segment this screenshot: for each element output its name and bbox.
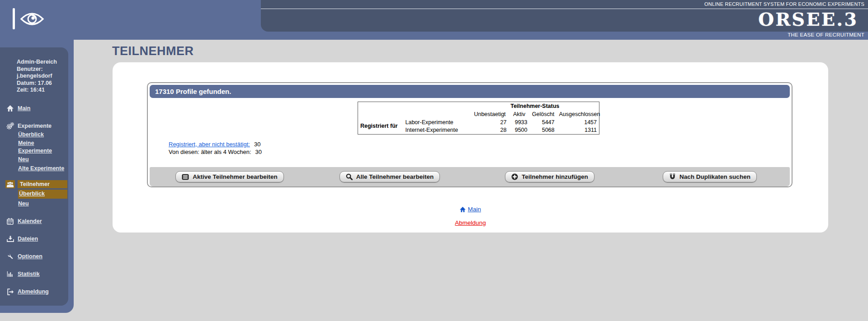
orsee-logo-text: ORSEE.3	[261, 9, 868, 30]
sidebar-item-statistik[interactable]: Statistik	[0, 270, 68, 278]
eye-icon	[20, 9, 44, 28]
user-name: j.bengelsdorf	[17, 73, 67, 80]
cell-value: 5447	[530, 118, 557, 126]
table-header-row: Unbestaetigt Aktiv Gelöscht Ausgeschloss…	[358, 110, 599, 118]
cell-value: 9500	[509, 126, 530, 135]
footer-logout-link-row: Abmeldung	[113, 219, 828, 226]
sidebar-item-main[interactable]: Main	[0, 105, 68, 112]
registered-unconfirmed-link[interactable]: Registriert, aber nicht bestätigt:	[169, 141, 250, 148]
older-than-4-weeks-value: 30	[255, 149, 262, 155]
sidebar-link-abmeldung[interactable]: Abmeldung	[18, 288, 49, 295]
registered-unconfirmed-value: 30	[254, 141, 260, 148]
download-icon	[5, 235, 15, 242]
row-label-internet: Internet-Experimente	[403, 126, 471, 135]
sidebar-link-main[interactable]: Main	[18, 105, 30, 112]
users-icon	[5, 180, 15, 188]
sidebar-link-optionen[interactable]: Optionen	[18, 253, 42, 260]
wrench-icon	[5, 253, 15, 260]
header-brand-panel: ONLINE RECRUITMENT SYSTEM FOR ECONOMIC E…	[261, 0, 868, 32]
sidebar-item-teilnehmer-ueberblick[interactable]: Überblick	[18, 190, 67, 199]
sidebar-item-kalender[interactable]: Kalender	[0, 218, 68, 225]
sidebar-link-statistik[interactable]: Statistik	[18, 271, 40, 277]
participant-status-table: Teilnehmer-Status Unbestaetigt Aktiv Gel…	[358, 102, 599, 135]
cell-value: 28	[471, 126, 509, 135]
results-header-bar: 17310 Profile gefunden.	[150, 85, 790, 98]
registration-summary: Registriert, aber nicht bestätigt:30 Von…	[169, 140, 262, 156]
sidebar: Admin-Bereich Benutzer: j.bengelsdorf Da…	[0, 47, 68, 306]
col-header-ausgeschlossen: Ausgeschlossen	[557, 110, 599, 118]
page-title: TEILNEHMER	[112, 44, 194, 58]
cell-value: 27	[471, 118, 509, 126]
cell-value: 1457	[557, 118, 599, 126]
logo-bar	[13, 8, 15, 29]
cell-value: 1311	[557, 126, 599, 135]
sidebar-item-dateien[interactable]: Dateien	[0, 235, 68, 242]
sidebar-item-abmeldung[interactable]: Abmeldung	[0, 288, 68, 295]
edit-active-participants-button[interactable]: Aktive Teilnehmer bearbeiten	[175, 171, 283, 182]
sidebar-item-teilnehmer: Teilnehmer	[0, 180, 68, 188]
sidebar-link-dateien[interactable]: Dateien	[18, 236, 38, 242]
sidebar-item-experimente-ueberblick[interactable]: Überblick	[18, 131, 67, 139]
content-card: 17310 Profile gefunden. Teilnehmer-Statu…	[113, 62, 828, 233]
older-than-4-weeks-line: Von diesen: älter als 4 Wochen:30	[169, 148, 262, 156]
orsee-admin-page: { "header": { "tagline_top": "ONLINE REC…	[0, 0, 868, 321]
footer-main-link-row: Main	[113, 206, 828, 214]
home-icon	[460, 207, 467, 214]
header-tagline-bottom: THE EASE OF RECRUITMENT	[788, 32, 864, 37]
sidebar-item-optionen[interactable]: Optionen	[0, 253, 68, 260]
bar-chart-icon	[5, 270, 15, 278]
cell-value: 5068	[530, 126, 557, 135]
table-row: Registriert für Labor-Experimente 27 993…	[358, 118, 599, 126]
sidebar-session-info: Admin-Bereich Benutzer: j.bengelsdorf Da…	[17, 59, 67, 94]
registered-unconfirmed-line: Registriert, aber nicht bestätigt:30	[169, 140, 262, 148]
results-count-text: 17310 Profile gefunden.	[155, 88, 231, 95]
cell-value: 9933	[509, 118, 530, 126]
magnet-icon	[669, 173, 676, 180]
sidebar-item-meine-experimente[interactable]: Meine Experimente	[18, 140, 67, 154]
col-header-geloescht: Gelöscht	[530, 110, 557, 118]
calendar-icon	[5, 218, 15, 225]
sidebar-item-alte-experimente[interactable]: Alte Experimente	[18, 165, 67, 172]
admin-area-label: Admin-Bereich	[17, 59, 67, 66]
sidebar-label-experimente: Experimente	[18, 123, 52, 129]
list-icon	[182, 174, 189, 180]
row-group-label: Registriert für	[358, 118, 403, 135]
header-tagline-top: ONLINE RECRUITMENT SYSTEM FOR ECONOMIC E…	[261, 0, 868, 9]
logout-icon	[5, 288, 15, 295]
sidebar-item-teilnehmer-neu[interactable]: Neu	[18, 200, 67, 208]
time-line: Zeit: 16:41	[17, 87, 67, 94]
sidebar-item-experimente: Experimente	[0, 122, 68, 130]
edit-all-participants-button[interactable]: Alle Teilnehmer bearbeiten	[340, 171, 440, 182]
results-body: Teilnehmer-Status Unbestaetigt Aktiv Gel…	[148, 100, 792, 167]
gears-icon	[5, 122, 15, 130]
plus-circle-icon	[511, 173, 518, 180]
add-participant-button[interactable]: Teilnehmer hinzufügen	[505, 171, 594, 182]
sidebar-item-experimente-neu[interactable]: Neu	[18, 156, 67, 163]
sidebar-label-teilnehmer: Teilnehmer	[18, 180, 67, 188]
col-header-aktiv: Aktiv	[509, 110, 530, 118]
row-label-labor: Labor-Experimente	[403, 118, 471, 126]
footer-main-link[interactable]: Main	[468, 206, 481, 213]
user-label: Benutzer:	[17, 66, 67, 73]
footer-logout-link[interactable]: Abmeldung	[455, 219, 486, 226]
home-icon	[5, 105, 15, 112]
results-box: 17310 Profile gefunden. Teilnehmer-Statu…	[147, 82, 793, 187]
search-duplicates-button[interactable]: Nach Duplikaten suchen	[663, 171, 757, 182]
table-title: Teilnehmer-Status	[471, 102, 599, 110]
col-header-unbestaetigt: Unbestaetigt	[471, 110, 509, 118]
action-button-bar: Aktive Teilnehmer bearbeiten Alle Teilne…	[150, 167, 790, 186]
date-line: Datum: 17.06	[17, 80, 67, 87]
sidebar-link-kalender[interactable]: Kalender	[18, 218, 42, 224]
orsee-logo-mark	[13, 8, 44, 29]
search-icon	[346, 173, 353, 180]
